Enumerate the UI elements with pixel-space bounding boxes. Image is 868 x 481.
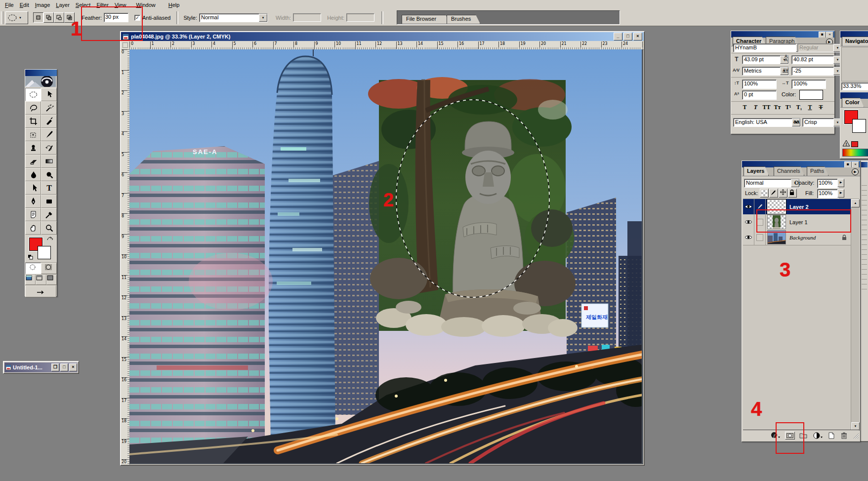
layer-name[interactable]: Layer 2 (789, 204, 809, 210)
swap-colors-icon[interactable] (46, 236, 54, 242)
subscript-button[interactable]: T₁ (794, 104, 805, 111)
menu-image[interactable]: Image (32, 1, 53, 9)
background-color-swatch[interactable] (38, 246, 51, 259)
baseline-shift-input[interactable]: 0 pt (742, 90, 777, 100)
tab-navigator[interactable]: Navigator (842, 37, 868, 46)
superscript-button[interactable]: T¹ (783, 104, 794, 111)
all-caps-button[interactable]: TT (761, 104, 772, 111)
menu-file[interactable]: File (2, 1, 17, 9)
delete-layer-button[interactable] (841, 432, 847, 439)
layers-scrollbar[interactable]: ▲ ▼ (851, 199, 859, 431)
tool-hand[interactable] (25, 221, 41, 235)
canvas-area[interactable]: 제일화재 SAE-A (129, 49, 643, 464)
jump-to-imageready-button[interactable] (25, 285, 56, 297)
strikethrough-button[interactable]: T (816, 104, 827, 111)
maximize-button[interactable]: □ (60, 363, 68, 371)
blend-mode-dropdown[interactable]: Normal▼ (744, 179, 800, 188)
tab-file-browser[interactable]: File Browser (402, 15, 450, 24)
tool-elliptical-marquee[interactable] (25, 88, 41, 101)
menu-edit[interactable]: Edit (17, 1, 32, 9)
maximize-button[interactable]: □ (623, 33, 632, 40)
tool-history-brush[interactable] (41, 141, 57, 155)
close-button[interactable]: × (633, 33, 642, 40)
tool-type[interactable]: T (41, 181, 57, 195)
language-dropdown[interactable]: English: USA▼ (733, 118, 801, 127)
small-caps-button[interactable]: Tт (772, 104, 783, 111)
tool-eraser[interactable] (25, 155, 41, 168)
palette-menu-button[interactable]: ▶ (852, 168, 859, 175)
adjustment-layer-button[interactable] (813, 432, 823, 439)
faux-bold-button[interactable]: T (740, 104, 750, 111)
faux-italic-button[interactable]: T (750, 104, 761, 111)
tool-magic-wand[interactable] (41, 101, 57, 115)
tracking-dropdown[interactable]: -25▼ (791, 67, 842, 76)
tool-gradient[interactable] (41, 155, 57, 168)
ruler-origin[interactable] (121, 41, 130, 50)
style-dropdown[interactable]: Normal ▼ (199, 13, 268, 22)
toolbox-title-bar[interactable] (25, 70, 57, 76)
opacity-slider-button[interactable]: ▶ (837, 179, 844, 187)
horizontal-scale-input[interactable]: 100% (791, 80, 826, 89)
font-size-dropdown[interactable]: 43.09 pt▼ (742, 55, 789, 64)
restore-button[interactable]: ❐ (51, 363, 59, 371)
close-button[interactable]: × (69, 363, 77, 371)
vertical-scale-input[interactable]: 100% (742, 80, 777, 89)
standard-screen-button[interactable] (25, 275, 36, 285)
color-ramp[interactable] (842, 149, 868, 157)
document-title-bar[interactable]: pla04048.jpg @ 33.3% (Layer 2, CMYK) _ □… (121, 32, 644, 41)
pasted-statue-photo[interactable] (368, 77, 578, 337)
underline-button[interactable]: T (805, 104, 816, 111)
options-bar-grip[interactable] (1, 11, 3, 24)
leading-dropdown[interactable]: 40.82 pt▼ (791, 55, 842, 64)
tool-brush[interactable] (41, 128, 57, 141)
selection-new-button[interactable] (33, 12, 43, 23)
tab-channels[interactable]: Channels (774, 166, 804, 176)
new-layer-button[interactable] (828, 432, 835, 439)
lock-transparency-button[interactable] (760, 189, 769, 198)
tool-healing-brush[interactable] (25, 128, 41, 141)
tool-notes[interactable] (25, 208, 41, 221)
lock-all-button[interactable] (788, 189, 797, 198)
lock-pixels-button[interactable] (769, 189, 778, 198)
tool-crop[interactable] (25, 115, 41, 128)
tool-preset-picker[interactable]: ▼ (5, 11, 28, 24)
resize-grip[interactable] (852, 432, 859, 439)
gamut-color-swatch[interactable] (851, 141, 858, 147)
font-family-dropdown[interactable]: HYnamB▼ (733, 43, 805, 52)
navigator-zoom-input[interactable]: 33.33% (841, 82, 868, 90)
tool-dodge[interactable] (41, 168, 57, 181)
fullscreen-button[interactable] (46, 275, 57, 285)
tab-brushes[interactable]: Brushes (447, 15, 480, 24)
tab-paths[interactable]: Paths (807, 166, 828, 176)
text-color-swatch[interactable] (799, 90, 823, 100)
tool-path-selection[interactable] (25, 181, 41, 195)
anti-alias-dropdown[interactable]: Crisp▼ (802, 118, 842, 127)
fill-slider-button[interactable]: ▶ (837, 189, 844, 198)
background-color-swatch[interactable] (852, 119, 866, 133)
tab-layers[interactable]: Layers (744, 166, 769, 176)
fill-input[interactable]: 100% (817, 189, 839, 199)
tool-shape[interactable] (41, 195, 57, 208)
standard-mode-button[interactable] (25, 263, 41, 274)
tool-move[interactable] (41, 88, 57, 101)
scroll-up-button[interactable]: ▲ (851, 199, 860, 207)
visibility-toggle[interactable] (743, 199, 754, 214)
tool-zoom[interactable] (41, 221, 57, 235)
visibility-toggle[interactable] (743, 214, 754, 230)
opacity-input[interactable]: 100% (817, 179, 839, 188)
tool-lasso[interactable] (25, 101, 41, 115)
chevron-down-icon[interactable]: ▼ (259, 14, 267, 22)
tool-slice[interactable] (41, 115, 57, 128)
tool-blur[interactable] (25, 168, 41, 181)
menu-layer[interactable]: Layer (53, 1, 73, 9)
default-colors-icon[interactable] (28, 254, 34, 260)
tool-pen[interactable] (25, 195, 41, 208)
menu-help[interactable]: Help (165, 1, 183, 9)
tab-color[interactable]: Color (842, 98, 864, 107)
layer-name[interactable]: Background (789, 235, 816, 240)
lock-position-button[interactable] (779, 189, 787, 198)
fullscreen-menubar-button[interactable] (36, 275, 46, 285)
canvas-image[interactable]: 제일화재 SAE-A (129, 49, 642, 463)
tool-eyedropper[interactable] (41, 208, 57, 221)
tool-clone-stamp[interactable] (25, 141, 41, 155)
